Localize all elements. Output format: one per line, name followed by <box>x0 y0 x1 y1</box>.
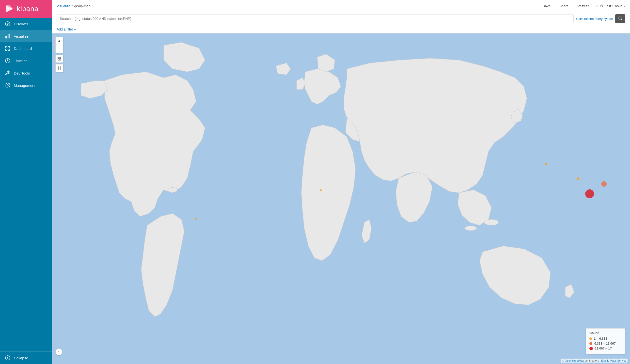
sidebar-label-devtools: Dev Tools <box>14 71 30 75</box>
chevron-left-icon <box>5 355 10 361</box>
svg-rect-22 <box>58 59 59 60</box>
clock-icon: ⏱ <box>600 4 603 8</box>
collapse-area: Collapse <box>0 352 52 364</box>
sidebar-item-management[interactable]: Management <box>0 79 52 91</box>
map-point-3[interactable] <box>545 163 547 165</box>
fit-bounds-button[interactable] <box>55 55 63 63</box>
svg-point-17 <box>6 356 10 360</box>
sidebar-item-dashboard[interactable]: Dashboard <box>0 42 52 55</box>
legend-label-low: 1 – 6.333 <box>594 337 607 340</box>
svg-rect-8 <box>6 36 7 38</box>
add-filter-label: Add a filter <box>56 27 73 31</box>
legend-dot-mid <box>590 342 592 345</box>
zoom-out-button[interactable]: − <box>55 45 63 53</box>
time-prev-button[interactable]: ‹ <box>596 4 598 8</box>
svg-rect-12 <box>8 46 10 48</box>
sidebar-label-management: Management <box>14 83 36 87</box>
dashboard-icon <box>5 46 10 51</box>
legend-item-mid: 6.333 – 11.667 <box>590 342 622 345</box>
fit-bounds-icon <box>57 57 61 61</box>
legend-dot-high <box>590 347 593 350</box>
kibana-logo-icon <box>5 4 14 13</box>
breadcrumb: Visualize / geoip-map <box>56 4 90 8</box>
svg-point-16 <box>7 85 8 86</box>
collapse-button[interactable]: Collapse <box>0 352 52 364</box>
svg-rect-14 <box>8 49 10 50</box>
sidebar-label-discover: Discover <box>14 22 28 26</box>
map-point-5[interactable] <box>601 181 606 187</box>
osm-link[interactable]: OpenStreetMap <box>565 359 584 362</box>
gear-icon <box>5 83 10 88</box>
map-wrapper: + − <box>52 33 630 364</box>
time-range-label: Last 1 hour <box>605 4 622 8</box>
svg-rect-11 <box>6 46 7 48</box>
kibana-logo-text: kibana <box>17 5 39 13</box>
time-next-button[interactable]: › <box>624 4 625 8</box>
crop-icon <box>57 66 61 70</box>
breadcrumb-current-page: geoip-map <box>74 4 90 8</box>
save-button[interactable]: Save <box>541 3 552 9</box>
attribution-sep: contributors , <box>584 359 600 362</box>
map-point-6[interactable] <box>585 189 594 198</box>
sidebar-label-visualize: Visualize <box>14 34 28 38</box>
add-filter-plus-icon: + <box>74 27 76 31</box>
legend-item-low: 1 – 6.333 <box>590 337 622 340</box>
svg-point-26 <box>484 219 498 225</box>
wrench-icon <box>5 70 10 76</box>
search-input[interactable] <box>56 14 574 23</box>
legend-label-mid: 6.333 – 11.667 <box>594 342 616 345</box>
map-attribution: © OpenStreetMap contributors , Elastic M… <box>561 359 628 363</box>
breadcrumb-separator: / <box>72 4 73 8</box>
draw-tool-button[interactable] <box>55 64 63 72</box>
sidebar-label-timelion: Timelion <box>14 59 28 63</box>
chart-bar-icon <box>5 33 10 39</box>
breadcrumb-visualize-link[interactable]: Visualize <box>56 4 70 8</box>
svg-rect-9 <box>7 35 8 38</box>
sidebar-item-devtools[interactable]: Dev Tools <box>0 67 52 79</box>
svg-rect-21 <box>60 57 61 58</box>
map-point-2[interactable] <box>320 189 322 191</box>
lucene-syntax-link[interactable]: Uses lucene query syntax <box>576 17 613 21</box>
svg-rect-20 <box>58 57 59 58</box>
topbar-actions: Save Share Refresh ‹ ⏱ Last 1 hour › <box>541 3 625 9</box>
legend-dot-low <box>590 338 592 340</box>
refresh-button[interactable]: Refresh <box>575 3 591 9</box>
zoom-in-button[interactable]: + <box>55 37 63 45</box>
time-range-picker[interactable]: ⏱ Last 1 hour <box>600 4 622 8</box>
searchbar: Uses lucene query syntax <box>52 12 630 25</box>
sidebar-item-discover[interactable]: Discover <box>0 18 52 30</box>
filterbar: Add a filter + <box>52 25 630 33</box>
legend-label-high: 11.667 – 17 <box>595 347 612 350</box>
sidebar-item-timelion[interactable]: Timelion <box>0 55 52 67</box>
topbar: Visualize / geoip-map Save Share Refresh… <box>52 0 630 12</box>
legend-title: Count <box>590 331 622 335</box>
svg-point-25 <box>168 187 177 192</box>
attribution-prefix: © <box>562 359 565 362</box>
svg-rect-13 <box>6 49 7 50</box>
search-button[interactable] <box>615 14 625 23</box>
svg-point-18 <box>619 17 622 19</box>
share-button[interactable]: Share <box>558 3 570 9</box>
map-point-1[interactable] <box>195 218 197 220</box>
svg-rect-23 <box>60 59 61 60</box>
map-point-4[interactable] <box>576 177 580 180</box>
map-legend: Count 1 – 6.333 6.333 – 11.667 11.667 – … <box>586 328 625 354</box>
main-content: Visualize / geoip-map Save Share Refresh… <box>52 0 630 364</box>
zoom-controls: + − <box>55 37 63 53</box>
compass-icon <box>5 21 10 26</box>
sidebar-item-visualize[interactable]: Visualize <box>0 30 52 42</box>
svg-point-27 <box>465 226 477 230</box>
add-filter-button[interactable]: Add a filter + <box>56 27 625 31</box>
ems-link[interactable]: Elastic Maps Service <box>601 359 626 362</box>
compass-button[interactable]: ↑ <box>55 349 62 356</box>
sidebar-label-dashboard: Dashboard <box>14 46 32 51</box>
sidebar: kibana Discover Visualize Dashboard Time… <box>0 0 52 364</box>
svg-line-19 <box>621 19 622 20</box>
svg-point-2 <box>6 22 10 26</box>
world-map <box>52 33 630 364</box>
timelion-icon <box>5 58 10 63</box>
time-navigation: ‹ ⏱ Last 1 hour › <box>596 4 625 8</box>
search-icon <box>618 16 622 20</box>
map-controls: + − <box>55 37 63 72</box>
legend-item-high: 11.667 – 17 <box>590 347 622 350</box>
